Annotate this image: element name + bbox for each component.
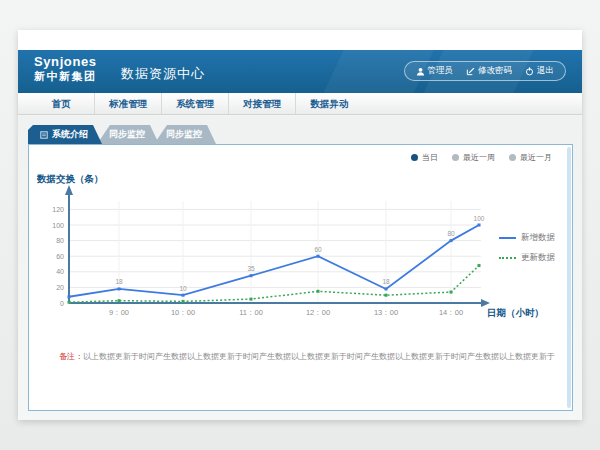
logout-label: 退出: [537, 65, 554, 77]
chart-panel: 当日最近一周最近一月 新增数据更新数据 备注：以上数据更新于时间产生数据以上数据…: [28, 144, 573, 411]
x-axis-arrow-icon: [481, 299, 490, 307]
chart-text: 40: [56, 268, 64, 275]
radio-icon: [509, 154, 516, 161]
app-header: Synjones 新中新集团 数据资源中心 管理员 修改密码 退出: [18, 50, 582, 93]
chart-text: 100: [52, 222, 64, 229]
footnote-text: 以上数据更新于时间产生数据以上数据更新于时间产生数据以上数据更新于时间产生数据以…: [83, 352, 555, 361]
logout-button[interactable]: 退出: [525, 65, 554, 77]
data-point: [68, 295, 71, 298]
chart-text: 18: [115, 278, 123, 285]
range-option-2[interactable]: 最近一周: [452, 152, 495, 163]
y-axis-arrow-icon: [65, 185, 73, 195]
chart-text: 120: [52, 206, 64, 213]
brand-name-cn: 新中新集团: [34, 70, 97, 83]
current-user-label: 管理员: [428, 65, 454, 77]
change-password-button[interactable]: 修改密码: [466, 65, 512, 77]
brand-name: Synjones: [34, 55, 97, 70]
data-point: [478, 224, 481, 227]
change-password-label: 修改密码: [478, 65, 512, 77]
nav-item-1[interactable]: 首页: [28, 93, 95, 114]
data-point: [317, 255, 320, 258]
line-chart: 0204060801001209：0010：0011：0012：0013：001…: [29, 145, 574, 335]
chart-text: 数据交换（条）: [36, 173, 104, 185]
radio-label: 最近一月: [520, 152, 552, 163]
data-point: [385, 287, 388, 290]
data-point: [450, 291, 453, 294]
power-icon: [525, 67, 534, 76]
data-point: [450, 239, 453, 242]
range-filter: 当日最近一周最近一月: [411, 152, 552, 163]
footnote: 备注：以上数据更新于时间产生数据以上数据更新于时间产生数据以上数据更新于时间产生…: [59, 351, 559, 362]
content-area: 系统介绍同步监控同步监控 当日最近一周最近一月 新增数据更新数据 备注：以上数据…: [18, 116, 582, 420]
chart-text: 80: [447, 230, 455, 237]
user-icon: [416, 67, 425, 76]
data-point: [478, 264, 481, 267]
legend-label: 新增数据: [521, 232, 555, 244]
radio-label: 最近一周: [463, 152, 495, 163]
page-title: 数据资源中心: [121, 65, 205, 83]
data-point: [68, 301, 71, 304]
legend-label: 更新数据: [521, 252, 555, 264]
chart-text: 20: [56, 284, 64, 291]
chart-text: 10：00: [171, 308, 195, 317]
chart-legend: 新增数据更新数据: [499, 232, 555, 264]
data-point: [250, 298, 253, 301]
chart-text: 10: [179, 285, 187, 292]
legend-item-1: 新增数据: [499, 232, 555, 244]
tab-bar: 系统介绍同步监控同步监控: [28, 125, 216, 144]
chart-text: 0: [60, 300, 64, 307]
tab-label: 系统介绍: [52, 125, 88, 144]
chart-text: 日期（小时）: [487, 307, 544, 319]
range-option-3[interactable]: 最近一月: [509, 152, 552, 163]
nav-item-2[interactable]: 标准管理: [95, 93, 162, 114]
chart-text: 60: [56, 253, 64, 260]
edit-icon: [466, 67, 475, 76]
legend-item-2: 更新数据: [499, 252, 555, 264]
chart-text: 18: [382, 278, 390, 285]
tab-1[interactable]: 系统介绍: [28, 125, 102, 144]
radio-icon: [411, 154, 418, 161]
footnote-label: 备注：: [59, 352, 83, 361]
tab-3[interactable]: 同步监控: [154, 125, 216, 144]
data-point: [118, 287, 121, 290]
chart-text: 12：00: [306, 308, 330, 317]
data-point: [250, 274, 253, 277]
range-option-1[interactable]: 当日: [411, 152, 438, 163]
chart-text: 11：00: [239, 308, 263, 317]
series-line: [69, 266, 479, 303]
data-point: [385, 294, 388, 297]
data-point: [182, 300, 185, 303]
user-menu: 管理员 修改密码 退出: [404, 61, 567, 81]
tab-2[interactable]: 同步监控: [97, 125, 159, 144]
nav-item-3[interactable]: 系统管理: [162, 93, 229, 114]
legend-line-sample: [499, 237, 516, 239]
desktop-background: Synjones 新中新集团 数据资源中心 管理员 修改密码 退出 首页标准: [0, 0, 600, 450]
chart-text: 100: [474, 215, 485, 222]
panel-scrollbar[interactable]: [567, 147, 571, 408]
chart-text: 60: [314, 246, 322, 253]
nav-item-5[interactable]: 数据异动: [296, 93, 363, 114]
data-point: [317, 290, 320, 293]
chart-text: 80: [56, 237, 64, 244]
current-user-button[interactable]: 管理员: [416, 65, 454, 77]
nav-item-4[interactable]: 对接管理: [229, 93, 296, 114]
chart-text: 14：00: [439, 308, 463, 317]
data-point: [182, 294, 185, 297]
tab-label: 同步监控: [166, 125, 202, 144]
main-nav: 首页标准管理系统管理对接管理数据异动: [18, 93, 582, 115]
radio-label: 当日: [422, 152, 438, 163]
chart-text: 13：00: [374, 308, 398, 317]
brand-logo: Synjones 新中新集团: [34, 55, 97, 83]
data-point: [118, 299, 121, 302]
chart-text: 35: [247, 265, 255, 272]
radio-icon: [452, 154, 459, 161]
tab-label: 同步监控: [109, 125, 145, 144]
series-line: [69, 225, 479, 297]
legend-line-sample: [499, 257, 516, 259]
app-window: Synjones 新中新集团 数据资源中心 管理员 修改密码 退出 首页标准: [18, 30, 582, 420]
chart-text: 9：00: [109, 308, 129, 317]
document-icon: [40, 131, 48, 139]
